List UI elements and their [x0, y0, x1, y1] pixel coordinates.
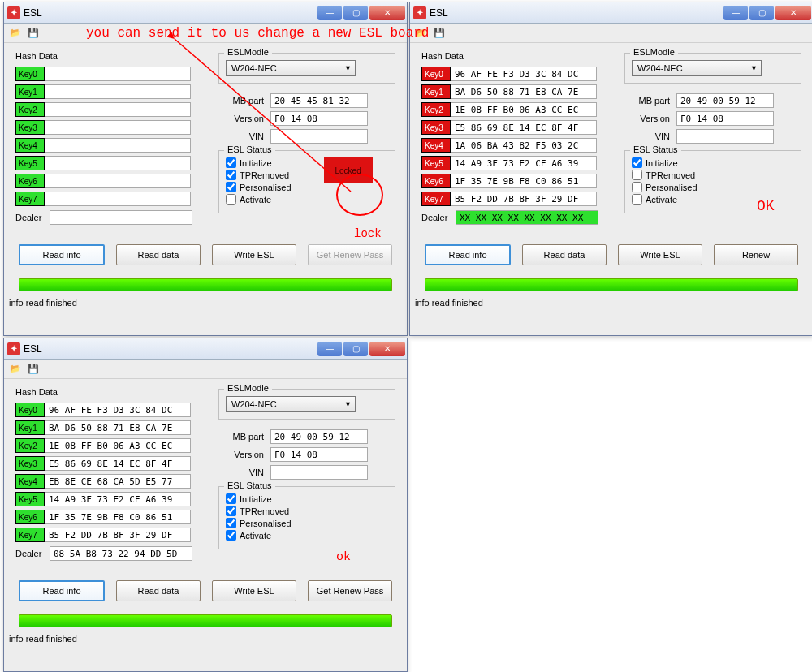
key-value[interactable] — [45, 102, 191, 117]
key-value[interactable] — [45, 192, 191, 206]
vin-label: VIN — [218, 131, 264, 141]
tpremoved-checkbox[interactable] — [226, 170, 236, 180]
key-value[interactable]: BA D6 50 88 71 E8 CA 7E — [451, 84, 597, 99]
key-value[interactable]: BA D6 50 88 71 E8 CA 7E — [45, 420, 191, 435]
key-tag: Key7 — [15, 528, 45, 542]
key-value[interactable]: 1E 08 FF B0 06 A3 CC EC — [45, 438, 191, 453]
open-icon[interactable]: 📂 — [415, 27, 428, 40]
key-value[interactable]: E5 86 69 8E 14 EC 8F 4F — [45, 456, 191, 471]
dealer-value[interactable] — [50, 210, 192, 225]
dealer-row: Dealer08 5A B8 73 22 94 DD 5D — [15, 546, 202, 561]
minimize-button[interactable]: — — [317, 6, 342, 20]
key-value[interactable] — [45, 67, 191, 81]
eslmodle-group: ESLModleW204-NEC▼ — [624, 53, 801, 84]
version-input[interactable]: F0 14 08 — [270, 447, 368, 462]
key-value[interactable] — [45, 84, 191, 99]
mb-part-input[interactable]: 20 49 00 59 12 — [676, 93, 774, 108]
chevron-down-icon: ▼ — [344, 64, 352, 72]
personalised-checkbox[interactable] — [226, 518, 236, 528]
dealer-label: Dealer — [421, 213, 456, 222]
save-icon[interactable]: 💾 — [27, 363, 40, 376]
vin-label: VIN — [624, 131, 670, 141]
minimize-button[interactable]: — — [317, 342, 342, 356]
hash-data-label: Hash Data — [15, 387, 202, 397]
key-value[interactable]: 14 A9 3F 73 E2 CE A6 39 — [45, 492, 191, 506]
key-tag: Key1 — [15, 84, 45, 99]
key-value[interactable] — [45, 174, 191, 188]
open-icon[interactable]: 📂 — [9, 363, 22, 376]
maximize-button[interactable]: ▢ — [749, 6, 774, 20]
get_renew_pass-button[interactable]: Get Renew Pass — [308, 580, 392, 601]
renew-button[interactable]: Renew — [714, 244, 798, 265]
key-value[interactable]: 96 AF FE F3 D3 3C 84 DC — [451, 67, 597, 81]
write-esl-button[interactable]: Write ESL — [618, 244, 702, 265]
initialize-label: Initialize — [240, 158, 272, 168]
key-tag: Key1 — [421, 84, 451, 99]
personalised-label: Personalised — [240, 183, 292, 192]
mb-part-label: MB part — [218, 96, 264, 106]
read-info-button[interactable]: Read info — [19, 244, 105, 265]
tpremoved-checkbox[interactable] — [632, 170, 642, 180]
maximize-button[interactable]: ▢ — [343, 342, 368, 356]
key-value[interactable]: 1A 06 BA 43 82 F5 03 2C — [451, 138, 597, 153]
version-input[interactable]: F0 14 08 — [676, 111, 774, 126]
version-input[interactable]: F0 14 08 — [270, 111, 368, 126]
key-value[interactable] — [45, 156, 191, 170]
save-icon[interactable]: 💾 — [433, 27, 446, 40]
minimize-button[interactable]: — — [723, 6, 748, 20]
close-button[interactable]: ✕ — [369, 6, 405, 20]
initialize-checkbox[interactable] — [226, 493, 236, 504]
key-value[interactable]: 1F 35 7E 9B F8 C0 86 51 — [45, 510, 191, 524]
key-value[interactable]: B5 F2 DD 7B 8F 3F 29 DF — [45, 528, 191, 542]
eslmodle-combo[interactable]: W204-NEC▼ — [226, 60, 356, 76]
mb-part-input[interactable]: 20 49 00 59 12 — [270, 429, 368, 444]
eslmodle-combo[interactable]: W204-NEC▼ — [632, 60, 762, 76]
activate-label: Activate — [240, 531, 271, 541]
key-value[interactable]: B5 F2 DD 7B 8F 3F 29 DF — [451, 192, 597, 206]
hash-data-label: Hash Data — [15, 51, 202, 61]
save-icon[interactable]: 💾 — [27, 27, 40, 40]
activate-checkbox[interactable] — [226, 194, 236, 205]
key-value[interactable]: 1E 08 FF B0 06 A3 CC EC — [451, 102, 597, 117]
key-value[interactable]: E5 86 69 8E 14 EC 8F 4F — [451, 120, 597, 135]
key-value[interactable]: 1F 35 7E 9B F8 C0 86 51 — [451, 174, 597, 188]
read-data-button[interactable]: Read data — [522, 244, 607, 265]
initialize-checkbox[interactable] — [632, 157, 642, 168]
write-esl-button[interactable]: Write ESL — [212, 244, 296, 265]
key-value[interactable]: 14 A9 3F 73 E2 CE A6 39 — [451, 156, 597, 170]
activate-checkbox[interactable] — [632, 194, 642, 205]
key-value[interactable] — [45, 120, 191, 135]
open-icon[interactable]: 📂 — [9, 27, 22, 40]
read-info-button[interactable]: Read info — [425, 244, 511, 265]
tpremoved-checkbox[interactable] — [226, 506, 236, 516]
esl-status-group: ESL StatusInitializeTPRemovedPersonalise… — [218, 486, 395, 549]
read-data-button[interactable]: Read data — [116, 580, 201, 601]
initialize-checkbox[interactable] — [226, 157, 236, 168]
key-row: Key21E 08 FF B0 06 A3 CC EC — [15, 437, 202, 454]
activate-checkbox[interactable] — [226, 530, 236, 541]
read-info-button[interactable]: Read info — [19, 580, 105, 601]
key-value[interactable]: 96 AF FE F3 D3 3C 84 DC — [45, 403, 191, 417]
app-title: ESL — [430, 7, 723, 19]
dealer-value[interactable]: XX XX XX XX XX XX XX XX — [456, 210, 598, 225]
vin-input[interactable] — [270, 129, 368, 144]
key-value[interactable] — [45, 138, 191, 153]
maximize-button[interactable]: ▢ — [343, 6, 368, 20]
close-button[interactable]: ✕ — [369, 342, 405, 356]
key-value[interactable]: EB 8E CE 68 CA 5D E5 77 — [45, 474, 191, 489]
key-tag: Key2 — [421, 102, 451, 117]
app-title: ESL — [24, 7, 317, 19]
eslmodle-combo[interactable]: W204-NEC▼ — [226, 396, 356, 412]
write-esl-button[interactable]: Write ESL — [212, 580, 296, 601]
personalised-checkbox[interactable] — [226, 182, 236, 192]
key-tag: Key5 — [15, 156, 45, 170]
dealer-value[interactable]: 08 5A B8 73 22 94 DD 5D — [50, 546, 192, 561]
vin-input[interactable] — [270, 465, 368, 480]
close-button[interactable]: ✕ — [775, 6, 811, 20]
vin-input[interactable] — [676, 129, 774, 144]
eslmodle-label: ESLModle — [630, 47, 678, 57]
esl-panel: ESLModleW204-NEC▼MB part20 45 45 81 32Ve… — [218, 51, 395, 225]
personalised-checkbox[interactable] — [632, 182, 642, 192]
mb-part-input[interactable]: 20 45 45 81 32 — [270, 93, 368, 108]
read-data-button[interactable]: Read data — [116, 244, 201, 265]
